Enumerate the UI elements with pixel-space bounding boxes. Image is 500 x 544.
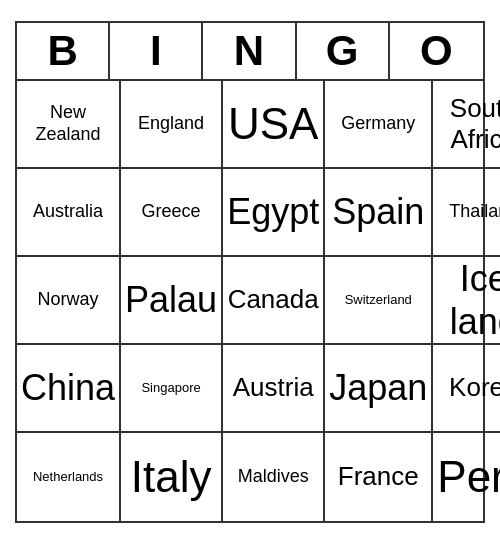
bingo-header: BINGO xyxy=(17,23,483,81)
bingo-cell-text: Spain xyxy=(332,190,424,233)
bingo-cell-text: Peru xyxy=(437,451,500,504)
bingo-cell: Norway xyxy=(17,257,121,345)
bingo-cell: Egypt xyxy=(223,169,325,257)
bingo-cell-text: Switzerland xyxy=(345,292,412,308)
bingo-cell: Netherlands xyxy=(17,433,121,521)
bingo-cell: Austria xyxy=(223,345,325,433)
bingo-cell: USA xyxy=(223,81,325,169)
bingo-cell: Japan xyxy=(325,345,433,433)
bingo-header-letter: G xyxy=(297,23,390,79)
bingo-card: BINGO New ZealandEnglandUSAGermanySouth … xyxy=(15,21,485,523)
bingo-header-letter: N xyxy=(203,23,296,79)
bingo-cell-text: Egypt xyxy=(227,190,319,233)
bingo-cell-text: Germany xyxy=(341,113,415,135)
bingo-cell: Spain xyxy=(325,169,433,257)
bingo-cell-text: Netherlands xyxy=(33,469,103,485)
bingo-cell-text: Canada xyxy=(228,284,319,315)
bingo-cell: South Africa xyxy=(433,81,500,169)
bingo-grid: New ZealandEnglandUSAGermanySouth Africa… xyxy=(17,81,483,521)
bingo-cell-text: Italy xyxy=(131,451,212,504)
bingo-cell-text: China xyxy=(21,366,115,409)
bingo-cell: Ice land xyxy=(433,257,500,345)
bingo-cell-text: England xyxy=(138,113,204,135)
bingo-cell: Greece xyxy=(121,169,223,257)
bingo-cell-text: Korea xyxy=(449,372,500,403)
bingo-cell: Singapore xyxy=(121,345,223,433)
bingo-cell: Palau xyxy=(121,257,223,345)
bingo-cell: Australia xyxy=(17,169,121,257)
bingo-cell-text: Singapore xyxy=(141,380,200,396)
bingo-cell: Germany xyxy=(325,81,433,169)
bingo-cell-text: Austria xyxy=(233,372,314,403)
bingo-cell-text: Maldives xyxy=(238,466,309,488)
bingo-cell: Switzerland xyxy=(325,257,433,345)
bingo-cell-text: Thailand xyxy=(449,201,500,223)
bingo-cell: China xyxy=(17,345,121,433)
bingo-cell-text: Greece xyxy=(142,201,201,223)
bingo-header-letter: O xyxy=(390,23,483,79)
bingo-cell-text: South Africa xyxy=(437,93,500,155)
bingo-cell: Korea xyxy=(433,345,500,433)
bingo-cell: Italy xyxy=(121,433,223,521)
bingo-cell-text: New Zealand xyxy=(21,102,115,145)
bingo-cell: New Zealand xyxy=(17,81,121,169)
bingo-cell: Peru xyxy=(433,433,500,521)
bingo-cell-text: Japan xyxy=(329,366,427,409)
bingo-cell-text: USA xyxy=(228,98,318,151)
bingo-cell-text: France xyxy=(338,461,419,492)
bingo-cell-text: Ice land xyxy=(437,257,500,343)
bingo-header-letter: B xyxy=(17,23,110,79)
bingo-cell-text: Palau xyxy=(125,278,217,321)
bingo-cell-text: Norway xyxy=(38,289,99,311)
bingo-cell: Maldives xyxy=(223,433,325,521)
bingo-cell: England xyxy=(121,81,223,169)
bingo-cell: Canada xyxy=(223,257,325,345)
bingo-cell-text: Australia xyxy=(33,201,103,223)
bingo-header-letter: I xyxy=(110,23,203,79)
bingo-cell: France xyxy=(325,433,433,521)
bingo-cell: Thailand xyxy=(433,169,500,257)
